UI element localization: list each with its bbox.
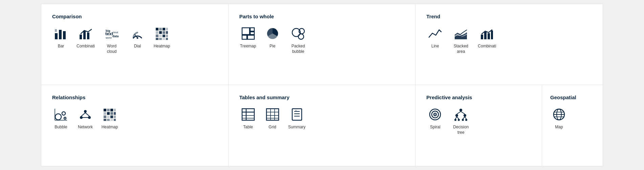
spiral-icon <box>428 108 443 121</box>
section-comparison: Comparison Bar <box>41 4 229 85</box>
map-icon <box>552 108 566 121</box>
packed-bubble-label: Packed bubble <box>288 44 308 54</box>
bubble-label: Bubble <box>55 125 67 130</box>
chart-item-bubble[interactable]: Bubble <box>52 108 70 130</box>
chart-item-pie[interactable]: Pie <box>264 27 281 49</box>
chart-item-word-cloud[interactable]: big text word cloud data Word cloud <box>102 27 122 54</box>
svg-rect-58 <box>104 112 106 115</box>
svg-point-93 <box>454 119 456 121</box>
svg-line-52 <box>85 113 89 116</box>
combinati-icon <box>78 27 93 40</box>
chart-item-stacked-area[interactable]: Stacked area <box>451 27 471 54</box>
chart-item-table[interactable]: Table <box>239 108 257 130</box>
svg-point-44 <box>62 112 65 115</box>
svg-rect-68 <box>110 119 113 121</box>
section-predictive: Predictive analysis Spiral <box>415 85 539 166</box>
svg-text:word: word <box>105 36 111 39</box>
section-title-trend: Trend <box>426 14 592 19</box>
word-cloud-label: Word cloud <box>102 44 122 54</box>
chart-item-packed-bubble[interactable]: Packed bubble <box>288 27 308 54</box>
svg-rect-60 <box>110 112 113 115</box>
svg-rect-26 <box>156 38 158 40</box>
svg-rect-5 <box>83 31 86 39</box>
svg-rect-30 <box>242 28 250 35</box>
line-icon <box>428 27 443 40</box>
chart-item-combinati2[interactable]: Combinati <box>478 27 496 49</box>
svg-rect-19 <box>159 31 162 34</box>
chart-item-summary[interactable]: Σ Summary <box>288 108 306 130</box>
svg-rect-0 <box>55 33 58 39</box>
chart-item-heatmap2[interactable]: Heatmap <box>101 108 119 130</box>
svg-rect-32 <box>250 32 254 35</box>
section-title-relationships: Relationships <box>52 94 217 100</box>
svg-rect-4 <box>80 35 82 39</box>
svg-line-99 <box>455 117 457 119</box>
section-trend: Trend Line <box>415 4 603 85</box>
predictive-items: Spiral <box>426 108 531 135</box>
section-relationships: Relationships Bubble <box>41 85 229 166</box>
svg-rect-28 <box>163 38 165 40</box>
chart-picker: Comparison Bar <box>41 4 603 166</box>
pie-icon <box>265 27 280 40</box>
svg-point-90 <box>459 109 462 111</box>
chart-item-dial[interactable]: Dial <box>129 27 146 49</box>
svg-rect-67 <box>107 119 110 121</box>
geospatial-items: Map <box>550 108 595 130</box>
summary-icon: Σ <box>289 108 304 121</box>
svg-rect-1 <box>59 30 62 39</box>
svg-rect-29 <box>166 38 168 40</box>
svg-point-43 <box>55 114 61 120</box>
chart-item-decision-tree[interactable]: Decision tree <box>451 108 471 135</box>
svg-line-98 <box>461 111 465 114</box>
svg-rect-39 <box>481 35 483 39</box>
chart-item-spiral[interactable]: Spiral <box>426 108 444 130</box>
svg-rect-40 <box>484 32 487 39</box>
svg-rect-21 <box>166 31 168 34</box>
svg-point-91 <box>455 114 458 117</box>
svg-line-100 <box>457 117 459 119</box>
section-geospatial: Geospatial Map <box>542 85 603 166</box>
wordcloud-icon: big text word cloud data <box>104 27 119 40</box>
treemap-label: Treemap <box>240 44 256 49</box>
chart-item-heatmap[interactable]: Heatmap <box>153 27 171 49</box>
svg-rect-63 <box>107 115 110 118</box>
section-title-tables: Tables and summary <box>239 94 405 100</box>
svg-line-102 <box>465 117 466 119</box>
svg-rect-75 <box>266 109 279 120</box>
svg-rect-22 <box>156 35 158 37</box>
chart-item-bar[interactable]: Bar <box>52 27 70 49</box>
svg-rect-69 <box>114 119 116 121</box>
svg-rect-14 <box>156 28 158 30</box>
chart-item-network[interactable]: Network <box>77 108 94 130</box>
chart-item-treemap[interactable]: Treemap <box>239 27 257 49</box>
chart-item-grid[interactable]: Grid <box>264 108 281 130</box>
trend-items: Line Stacked area <box>426 27 592 54</box>
stacked-area-label: Stacked area <box>451 44 471 54</box>
parts-items: Treemap Pie <box>239 27 405 54</box>
grid-label: Grid <box>269 125 276 130</box>
relationships-items: Bubble Network <box>52 108 217 130</box>
tables-items: Table Grid <box>239 108 405 130</box>
svg-point-45 <box>64 117 66 119</box>
chart-item-line[interactable]: Line <box>426 27 444 49</box>
svg-rect-57 <box>114 109 116 111</box>
chart-item-combinati[interactable]: Combinati <box>77 27 95 49</box>
svg-rect-59 <box>107 112 110 115</box>
combinati2-label: Combinati <box>478 44 496 49</box>
svg-rect-6 <box>87 33 89 39</box>
svg-rect-2 <box>63 31 66 39</box>
svg-rect-70 <box>242 109 254 120</box>
svg-line-51 <box>81 113 85 116</box>
dial-label: Dial <box>134 44 141 49</box>
section-title-predictive: Predictive analysis <box>426 94 531 100</box>
chart-item-map[interactable]: Map <box>550 108 568 130</box>
heatmap-label: Heatmap <box>154 44 170 49</box>
svg-rect-15 <box>159 28 162 30</box>
svg-line-101 <box>463 117 465 119</box>
decision-tree-icon <box>453 108 468 121</box>
packedbubble-icon <box>291 27 306 40</box>
svg-rect-33 <box>242 35 247 39</box>
svg-rect-16 <box>163 28 165 30</box>
svg-rect-3 <box>55 29 57 32</box>
svg-text:Σ: Σ <box>295 110 297 112</box>
